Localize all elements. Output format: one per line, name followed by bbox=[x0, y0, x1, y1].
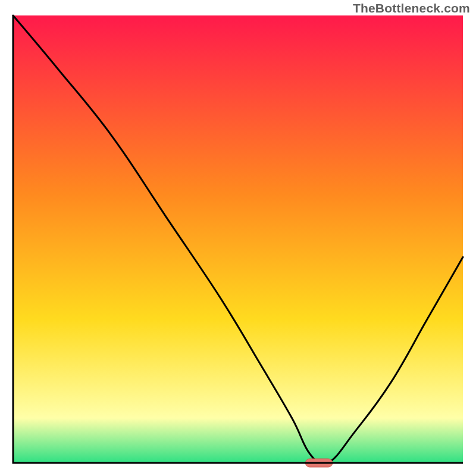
bottleneck-chart bbox=[0, 0, 476, 476]
chart-stage: TheBottleneck.com bbox=[0, 0, 476, 476]
plot-background bbox=[13, 15, 463, 463]
